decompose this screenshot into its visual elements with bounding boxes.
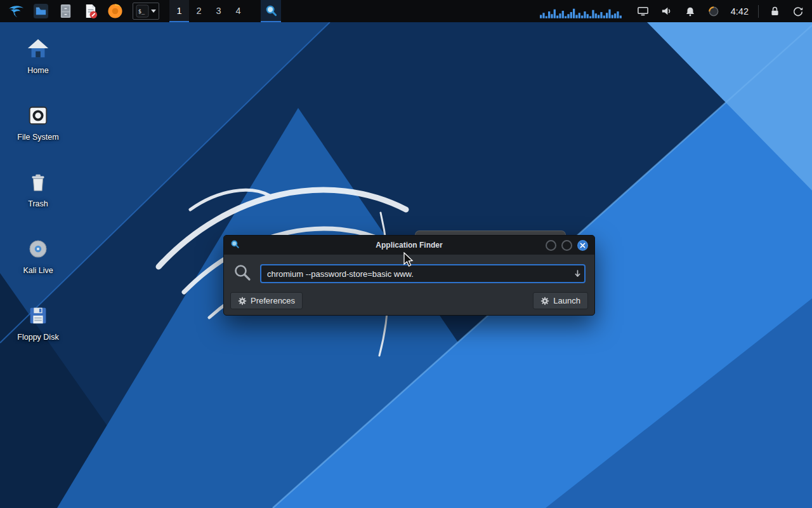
desktop-icon-trash[interactable]: Trash [9, 170, 67, 208]
desktop-icon-floppy-disk[interactable]: Floppy Disk [9, 303, 67, 342]
desktop-icon-label: Kali Live [23, 266, 53, 275]
close-icon [580, 243, 586, 248]
workspace-pager: 1 2 3 4 [169, 0, 248, 22]
maximize-button[interactable] [561, 240, 572, 251]
drive-icon [25, 103, 51, 128]
preferences-button[interactable]: Preferences [230, 292, 303, 309]
kali-menu-icon[interactable] [6, 1, 25, 22]
panel-separator [758, 5, 759, 18]
window-search-icon [230, 239, 240, 251]
workspace-button-1[interactable]: 1 [169, 0, 189, 22]
workspace-button-3[interactable]: 3 [209, 0, 228, 22]
gear-icon [238, 297, 247, 305]
power-manager-icon[interactable] [706, 4, 721, 19]
workspace-button-4[interactable]: 4 [228, 0, 248, 22]
titlebar[interactable]: Application Finder [224, 236, 594, 255]
launch-button[interactable]: Launch [533, 292, 588, 309]
dropdown-arrow-icon[interactable] [574, 269, 581, 281]
trash-icon [25, 170, 51, 195]
launch-icon [540, 297, 549, 305]
workspace-button-2[interactable]: 2 [189, 0, 209, 22]
notifications-icon[interactable] [683, 4, 698, 19]
finder-body: Preferences Launch [224, 255, 594, 316]
floppy-icon [25, 303, 51, 328]
minimize-button[interactable] [546, 240, 556, 251]
panel-launchers: $_ [6, 1, 159, 22]
desktop-icon-label: Trash [28, 199, 48, 208]
file-manager-icon[interactable] [31, 1, 50, 22]
terminal-launcher[interactable]: $_ [133, 3, 159, 20]
desktop-icon-label: File System [17, 133, 58, 142]
clock[interactable]: 4:42 [730, 6, 750, 17]
app-finder-icon[interactable] [261, 0, 281, 22]
desktop-icon-label: Floppy Disk [17, 333, 58, 342]
desktop-icon-file-system[interactable]: File System [9, 103, 67, 142]
text-editor-icon[interactable] [81, 1, 100, 22]
launch-label: Launch [553, 296, 580, 305]
file-cabinet-icon[interactable] [56, 1, 75, 22]
cpu-graph[interactable] [540, 4, 622, 18]
top-panel: $_ 1 2 3 4 [0, 0, 812, 22]
close-button[interactable] [577, 240, 588, 251]
window-controls [546, 240, 588, 251]
desktop-screen: $_ 1 2 3 4 [0, 0, 812, 508]
lock-icon[interactable] [767, 4, 782, 19]
window-title: Application Finder [224, 241, 594, 250]
panel-tray: 4:42 [540, 4, 806, 19]
command-input[interactable] [260, 264, 586, 283]
terminal-icon: $_ [136, 4, 149, 18]
disc-icon [25, 236, 51, 262]
display-icon[interactable] [636, 4, 651, 19]
volume-icon[interactable] [659, 4, 674, 19]
firefox-icon[interactable] [105, 1, 124, 22]
preferences-label: Preferences [251, 296, 295, 305]
desktop-icon-label: Home [27, 66, 48, 75]
desktop-icon-list: Home File System Trash [9, 36, 67, 342]
svg-text:$_: $_ [138, 8, 145, 15]
desktop-icon-kali-live[interactable]: Kali Live [9, 236, 67, 275]
home-icon [25, 36, 51, 62]
search-icon [233, 263, 252, 284]
desktop-icon-home[interactable]: Home [9, 36, 67, 75]
session-icon[interactable] [790, 4, 806, 19]
application-finder-window: Application Finder [223, 235, 595, 316]
chevron-down-icon [151, 10, 156, 13]
command-input-wrap [260, 264, 586, 283]
